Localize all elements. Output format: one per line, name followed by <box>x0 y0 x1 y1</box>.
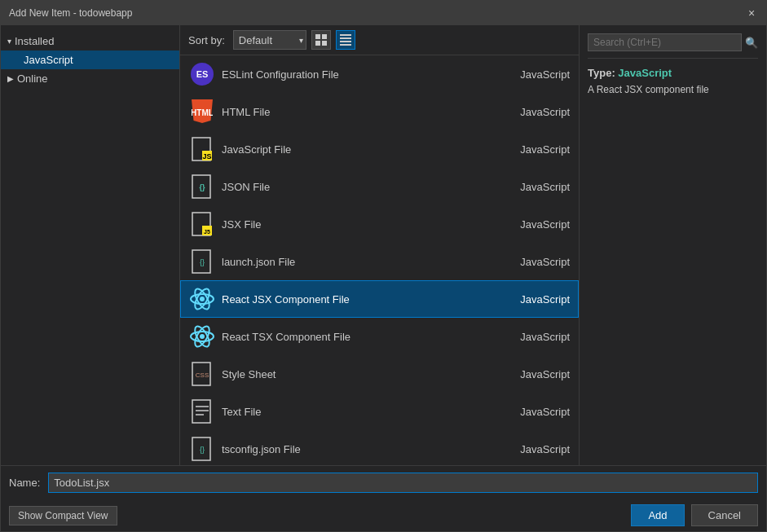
list-item-js[interactable]: JS JavaScript File JavaScript <box>180 130 579 168</box>
name-input[interactable] <box>48 473 758 493</box>
stylesheet-icon: CSS <box>189 361 215 387</box>
list-item-stylesheet[interactable]: CSS Style Sheet JavaScript <box>180 355 579 393</box>
textfile-name: Text File <box>222 406 505 418</box>
launchjson-type: JavaScript <box>505 256 570 268</box>
action-buttons: Add Cancel <box>631 504 758 526</box>
reacttsx-name: React TSX Component File <box>222 331 505 343</box>
grid-view-button[interactable] <box>311 30 331 50</box>
svg-text:HTML: HTML <box>192 108 213 117</box>
sidebar-section-installed[interactable]: ▾ Installed <box>1 32 179 51</box>
main-area: Sort by: Default Name Type <box>180 25 579 465</box>
sort-select-wrap: Default Name Type <box>233 30 306 50</box>
svg-rect-5 <box>340 37 351 39</box>
sidebar: ▾ Installed JavaScript ▶ Online <box>1 25 180 465</box>
sidebar-section-online[interactable]: ▶ Online <box>1 69 179 88</box>
eslint-name: ESLint Configuration File <box>222 68 505 81</box>
list-icon <box>340 34 351 46</box>
list-item-reactjsx[interactable]: React JSX Component File JavaScript <box>180 280 579 318</box>
online-label: Online <box>17 73 48 85</box>
html-icon: HTML <box>189 99 215 125</box>
add-button[interactable]: Add <box>631 504 684 526</box>
reacttsx-type: JavaScript <box>505 331 570 343</box>
tsconfigjson-type: JavaScript <box>505 443 570 455</box>
reactjsx-type: JavaScript <box>505 293 570 306</box>
launchjson-icon: {} <box>189 248 215 275</box>
list-item-text[interactable]: Text File JavaScript <box>180 393 579 430</box>
html-type: JavaScript <box>505 106 570 118</box>
list-item-eslint[interactable]: ES ESLint Configuration File JavaScript <box>180 55 579 93</box>
svg-text:CSS: CSS <box>196 372 209 379</box>
js-type: JavaScript <box>505 143 570 156</box>
add-new-item-dialog: Add New Item - todowebapp × ▾ Installed … <box>0 0 767 532</box>
cancel-button[interactable]: Cancel <box>691 504 758 526</box>
list-item-jsx[interactable]: J5 JSX File JavaScript <box>180 205 579 243</box>
textfile-icon <box>189 398 215 424</box>
list-item-html[interactable]: HTML HTML File JavaScript <box>180 93 579 130</box>
name-label: Name: <box>9 477 40 489</box>
svg-rect-4 <box>340 34 351 36</box>
list-item-json[interactable]: {} JSON File JavaScript <box>180 168 579 205</box>
search-area: 🔍 <box>588 33 758 59</box>
compact-view-button[interactable]: Show Compact View <box>9 506 117 525</box>
svg-rect-2 <box>315 41 320 46</box>
js-icon: JS <box>189 136 215 162</box>
item-list: ES ESLint Configuration File JavaScript … <box>180 55 579 465</box>
svg-rect-7 <box>340 44 351 46</box>
svg-text:JS: JS <box>202 152 211 160</box>
textfile-type: JavaScript <box>505 406 570 418</box>
json-type: JavaScript <box>505 181 570 193</box>
svg-rect-0 <box>315 34 320 39</box>
sort-select[interactable]: Default Name Type <box>233 30 306 50</box>
detail-description: A React JSX component file <box>588 84 758 95</box>
detail-type-row: Type: JavaScript <box>588 67 758 79</box>
type-label: Type: <box>588 67 615 79</box>
svg-text:{}: {} <box>200 258 205 266</box>
type-value: JavaScript <box>618 67 672 79</box>
grid-icon <box>315 34 327 46</box>
search-icon: 🔍 <box>745 37 758 49</box>
list-view-button[interactable] <box>336 30 355 50</box>
jsx-icon: J5 <box>189 211 215 237</box>
footer: Show Compact View Add Cancel <box>1 499 766 531</box>
eslint-icon: ES <box>189 61 215 87</box>
reactjsx-icon <box>189 286 215 312</box>
online-arrow: ▶ <box>7 74 14 83</box>
svg-rect-32 <box>192 400 210 423</box>
installed-label: Installed <box>15 35 54 47</box>
html-name: HTML File <box>222 106 505 118</box>
stylesheet-name: Style Sheet <box>222 368 505 380</box>
stylesheet-type: JavaScript <box>505 368 570 380</box>
tsconfigjson-name: tsconfig.json File <box>222 443 505 455</box>
reactjsx-name: React JSX Component File <box>222 293 505 306</box>
json-name: JSON File <box>222 181 505 193</box>
dialog-body: ▾ Installed JavaScript ▶ Online Sort by:… <box>1 25 766 465</box>
svg-rect-3 <box>322 41 327 46</box>
list-item-launchjson[interactable]: {} launch.json File JavaScript <box>180 243 579 280</box>
reacttsx-icon <box>189 323 215 350</box>
svg-text:J5: J5 <box>204 229 210 235</box>
jsx-name: JSX File <box>222 218 505 231</box>
dialog-title: Add New Item - todowebapp <box>9 7 132 19</box>
launchjson-name: launch.json File <box>222 256 505 268</box>
list-item-tsconfigjson[interactable]: {} tsconfig.json File JavaScript <box>180 430 579 465</box>
js-name: JavaScript File <box>222 143 505 156</box>
search-input[interactable] <box>588 33 742 51</box>
javascript-label: JavaScript <box>24 54 73 66</box>
list-item-reacttsx[interactable]: React TSX Component File JavaScript <box>180 318 579 355</box>
sidebar-item-javascript[interactable]: JavaScript <box>1 51 179 69</box>
detail-panel: 🔍 Type: JavaScript A React JSX component… <box>579 25 766 465</box>
toolbar: Sort by: Default Name Type <box>180 25 579 55</box>
name-bar: Name: <box>1 465 766 499</box>
svg-rect-1 <box>322 34 327 39</box>
title-bar: Add New Item - todowebapp × <box>1 1 766 25</box>
svg-text:{}: {} <box>200 446 205 454</box>
sort-label: Sort by: <box>188 34 225 46</box>
jsx-type: JavaScript <box>505 218 570 231</box>
eslint-type: JavaScript <box>505 68 570 81</box>
svg-point-29 <box>200 334 205 339</box>
close-button[interactable]: × <box>745 7 758 20</box>
svg-rect-6 <box>340 41 351 42</box>
svg-text:{}: {} <box>199 183 205 191</box>
tsconfigjson-icon: {} <box>189 436 215 462</box>
svg-text:ES: ES <box>196 69 209 79</box>
